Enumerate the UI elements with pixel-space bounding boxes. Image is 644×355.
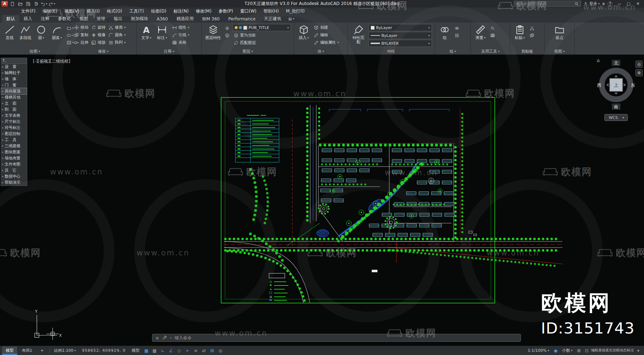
paste-button[interactable]: 粘贴▾ <box>513 24 527 48</box>
tab-parametric[interactable]: 参数化 <box>54 15 75 23</box>
menu-tools[interactable]: 工具(T) <box>126 8 147 15</box>
utilities-panel-label[interactable]: 实用工具▾ <box>471 48 510 54</box>
scale-control[interactable]: 比例1:100▾ <box>52 347 78 354</box>
transparency-toggle[interactable]: ⇄ <box>200 347 208 354</box>
annotation-scale-control[interactable]: 1:1/100%▾ <box>526 347 551 354</box>
modify-panel-label[interactable]: 修改▾ <box>70 48 136 54</box>
layer-select[interactable]: PUB_TITLE▾ <box>233 24 291 31</box>
grid-toggle[interactable]: ▦ <box>143 347 150 354</box>
menu-batch-print[interactable]: M_批打印 <box>283 8 308 15</box>
properties-panel-label[interactable]: 特性 <box>348 48 435 54</box>
lineweight-select[interactable]: BYLAYER▾ <box>369 40 432 47</box>
table-button[interactable]: 表格 <box>171 39 190 46</box>
layers-panel-label[interactable]: 图层▾ <box>202 48 294 54</box>
edit-attribute-button[interactable]: 编辑属性▾ <box>313 39 340 46</box>
snap-toggle[interactable]: ▩ <box>151 347 158 354</box>
ortho-toggle[interactable]: ∟ <box>159 347 166 354</box>
mirror-button[interactable]: 镜像 <box>90 32 107 38</box>
exchange-apps-icon[interactable]: ✕ <box>602 1 605 6</box>
tab-view[interactable]: 视图 <box>75 15 92 23</box>
palette-item-door-window[interactable]: ▸门 窗 <box>1 82 27 88</box>
full-navigation-wheel-button[interactable]: ◎ <box>635 61 643 68</box>
model-tab[interactable]: 模型 <box>2 346 17 355</box>
rotate-button[interactable]: 旋转 <box>90 24 107 31</box>
menu-insert[interactable]: 插入(I) <box>83 8 103 15</box>
drawing-canvas[interactable]: Y X [-][俯视][二维线框] T.. ▸设 置 ▸轴网柱子 ▸墙 体 ▸门… <box>0 55 644 346</box>
annotation-monitor-toggle[interactable]: ◎ <box>217 347 224 354</box>
close-button[interactable]: ✕ <box>633 0 643 7</box>
palette-item-data-center[interactable]: ▸数据中心 <box>1 173 27 179</box>
tab-bim360[interactable]: BIM 360 <box>198 15 224 23</box>
polar-tracking-toggle[interactable]: ∠ <box>167 347 175 354</box>
object-snap-toggle[interactable]: ⌖ <box>184 347 191 354</box>
clean-screen-button[interactable]: ⊡ <box>583 347 590 354</box>
base-point-button[interactable]: 基点 <box>553 24 566 48</box>
units-control[interactable]: 小数▾ <box>560 347 575 354</box>
isometric-drafting-toggle[interactable]: ◇ <box>176 347 183 354</box>
layout1-tab[interactable]: 布局1 <box>18 346 36 355</box>
circle-button[interactable]: 圆▾ <box>34 24 48 48</box>
clipboard-panel-label[interactable]: 剪贴板 <box>510 48 544 54</box>
new-layout-tab[interactable]: + <box>37 347 47 354</box>
command-input[interactable]: 键入命令 <box>175 335 192 341</box>
group-button[interactable]: 组 <box>438 24 452 48</box>
match-layer-button[interactable]: 匹配图层 <box>233 39 291 46</box>
menu-window[interactable]: 窗口(W) <box>237 8 260 15</box>
groups-panel-label[interactable]: 组▾ <box>435 48 470 54</box>
palette-item-wall[interactable]: ▸墙 体 <box>1 76 27 82</box>
palette-item-tools[interactable]: ▸工 具 <box>1 137 27 143</box>
layer-state-button[interactable] <box>224 25 230 31</box>
leader-button[interactable]: 引线▾ <box>171 32 190 38</box>
palette-item-site-layout[interactable]: ▸场地布置 <box>1 155 27 161</box>
layer-isolate-button[interactable] <box>224 32 230 38</box>
quick-calc-button[interactable] <box>489 32 496 38</box>
tab-annotate[interactable]: 注释 <box>36 15 54 23</box>
palette-item-section[interactable]: ▸剖 面 <box>1 106 27 112</box>
tab-a360[interactable]: A360 <box>152 15 172 23</box>
command-close-icon[interactable]: × <box>155 335 159 341</box>
menu-modify[interactable]: 修改(M) <box>192 8 215 15</box>
palette-item-room-roof[interactable]: ▸房间屋顶 <box>1 88 27 94</box>
linear-dimension-button[interactable]: 线性▾ <box>171 24 190 31</box>
menu-view[interactable]: 视图(V) <box>61 8 83 15</box>
view-panel-label[interactable]: 视图▾ <box>545 48 574 54</box>
dimension-button[interactable]: 标注▾ <box>155 24 169 48</box>
object-color-select[interactable]: ByLayer▾ <box>369 24 432 31</box>
palette-item-stairs-other[interactable]: ▸楼梯其他 <box>1 94 27 100</box>
annotate-panel-label[interactable]: 注释▾ <box>137 48 201 54</box>
stretch-button[interactable]: 拉伸 <box>73 39 89 46</box>
text-button[interactable]: 文字▾ <box>140 24 153 48</box>
palette-item-elevation[interactable]: ▸立 面 <box>1 100 27 106</box>
customization-menu-button[interactable]: ▾ <box>635 347 642 354</box>
tool-palette-header[interactable]: T.. <box>1 58 27 64</box>
help-search-box[interactable] <box>514 1 581 7</box>
sign-in-button[interactable]: 登录 ▾ <box>583 1 600 6</box>
help-icon[interactable]: ? <box>608 1 613 6</box>
menu-file[interactable]: 文件(F) <box>18 8 39 15</box>
palette-item-dimension[interactable]: ▸尺寸标注 <box>1 119 27 125</box>
array-button[interactable]: 阵列▾ <box>107 39 127 46</box>
lineweight-toggle[interactable]: ≡ <box>192 347 199 354</box>
palette-item-file-layout[interactable]: ▸文件布图 <box>1 161 27 167</box>
search-icon[interactable] <box>574 1 579 6</box>
command-customize-icon[interactable] <box>162 335 167 340</box>
lock-ui-button[interactable]: ⊠ <box>575 347 582 354</box>
ribbon-collapse-button[interactable]: ▤ ▾ <box>288 15 294 23</box>
site-plan-drawing[interactable]: Y X <box>0 55 644 346</box>
search-input[interactable] <box>516 1 573 6</box>
line-button[interactable]: 直线 <box>3 24 16 48</box>
quick-select-button[interactable] <box>489 25 496 31</box>
viewport-controls[interactable]: [-][俯视][二维线框] <box>33 58 70 64</box>
tab-addins[interactable]: 附加模块 <box>127 15 152 23</box>
palette-item-3d-modeling[interactable]: ▸三维建模 <box>1 143 27 149</box>
viewcube[interactable]: ⌂ 上 北 南 西 东 WCS ▾ <box>595 56 638 125</box>
ungroup-button[interactable] <box>454 32 460 38</box>
cut-button[interactable] <box>529 25 535 31</box>
tab-output[interactable]: 输出 <box>109 15 127 23</box>
menu-dimension[interactable]: 标注(N) <box>170 8 192 15</box>
menu-draw[interactable]: 绘图(D) <box>148 8 170 15</box>
linetype-select[interactable]: ByLayer▾ <box>369 32 432 39</box>
new-file-button[interactable] <box>9 1 16 7</box>
tab-performance[interactable]: Performance <box>224 15 260 23</box>
palette-item-layer-control[interactable]: ▸图层控制 <box>1 131 27 137</box>
